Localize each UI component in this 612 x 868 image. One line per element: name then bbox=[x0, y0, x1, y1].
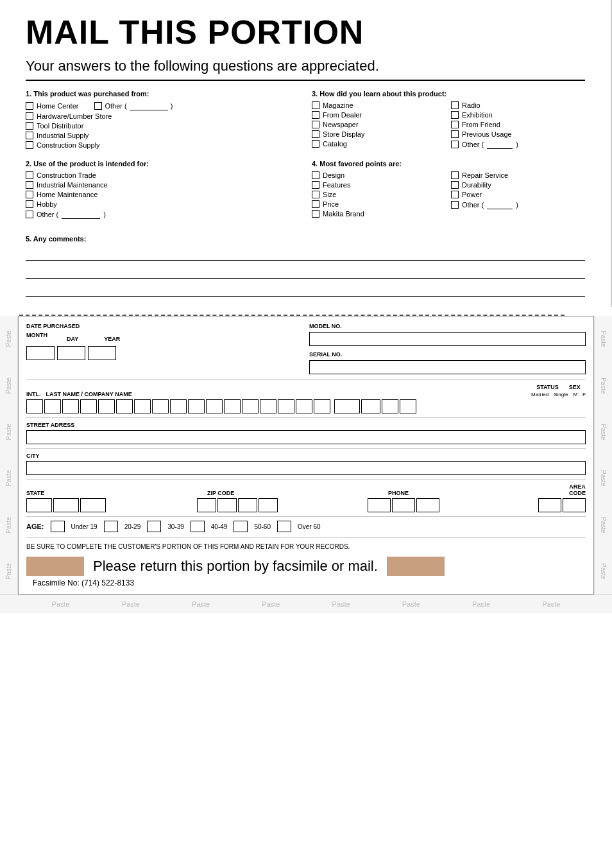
phone-cell-1[interactable] bbox=[392, 498, 415, 512]
name-cell-10[interactable] bbox=[224, 399, 241, 413]
paste-left-5: Paste bbox=[5, 517, 12, 534]
q3-item-r3: Previous Usage bbox=[451, 130, 585, 138]
phone-cell-2[interactable] bbox=[416, 498, 439, 512]
name-cell-2[interactable] bbox=[80, 399, 97, 413]
state-inputs-row bbox=[26, 498, 586, 512]
married-label: Married bbox=[531, 392, 548, 397]
intl-label: INTL. bbox=[26, 391, 41, 397]
return-block-left bbox=[26, 557, 84, 576]
q3-col2: Radio Exhibition From Friend Previo bbox=[451, 101, 585, 151]
q3-title: 3. How did you learn about this product: bbox=[312, 90, 585, 98]
q2-option-2: Home Maintenance bbox=[26, 191, 299, 198]
sex-label: SEX bbox=[569, 384, 581, 390]
age-checkbox-3[interactable] bbox=[191, 521, 205, 532]
q1-other-input[interactable] bbox=[130, 101, 168, 110]
serial-input[interactable] bbox=[309, 360, 586, 374]
age-option-4: 50-60 bbox=[254, 523, 271, 530]
name-cell-13[interactable] bbox=[278, 399, 294, 413]
q1-checkbox-2[interactable] bbox=[26, 122, 33, 130]
street-input[interactable] bbox=[26, 430, 586, 444]
name-cell-8[interactable] bbox=[188, 399, 205, 413]
paste-bottom-row: Paste Paste Paste Paste Paste Paste Past… bbox=[0, 595, 612, 613]
q2-other-input[interactable] bbox=[62, 210, 100, 219]
name-cell-14[interactable] bbox=[296, 399, 312, 413]
age-label: AGE: bbox=[26, 523, 44, 530]
q1-checkbox-3[interactable] bbox=[26, 132, 33, 139]
q3-item-0: Magazine bbox=[312, 101, 446, 109]
month-label: MONTH bbox=[26, 332, 47, 338]
status-single-cell[interactable] bbox=[361, 399, 380, 413]
q3-item-2: Newspaper bbox=[312, 121, 446, 128]
name-cell-11[interactable] bbox=[242, 399, 259, 413]
question-1: 1. This product was purchased from: Home… bbox=[26, 90, 299, 151]
zip-cell-2[interactable] bbox=[238, 498, 257, 512]
q3-other-input[interactable] bbox=[487, 140, 513, 149]
date-label: DATE PURCHASED bbox=[26, 323, 303, 329]
sex-m-cell[interactable] bbox=[382, 399, 398, 413]
month-input[interactable] bbox=[26, 346, 55, 360]
area-cell-0[interactable] bbox=[538, 498, 561, 512]
q3-item-r1: Exhibition bbox=[451, 111, 585, 119]
age-checkbox-1[interactable] bbox=[104, 521, 118, 532]
serial-label: SERIAL NO. bbox=[309, 351, 586, 358]
status-married-cell[interactable] bbox=[334, 399, 360, 413]
zip-cell-3[interactable] bbox=[259, 498, 278, 512]
q2-option-3: Hobby bbox=[26, 200, 299, 208]
name-cell-9[interactable] bbox=[206, 399, 223, 413]
name-cell-1[interactable] bbox=[62, 399, 79, 413]
year-input[interactable] bbox=[88, 346, 116, 360]
paste-bottom-0: Paste bbox=[52, 600, 70, 608]
phone-cell-0[interactable] bbox=[368, 498, 391, 512]
name-cell-4[interactable] bbox=[116, 399, 133, 413]
intl-cell[interactable] bbox=[26, 399, 43, 413]
q4-other-input[interactable] bbox=[487, 200, 513, 209]
state-cell-1[interactable] bbox=[53, 498, 79, 512]
q3-item-4: Catalog bbox=[312, 140, 446, 148]
age-checkbox-2[interactable] bbox=[147, 521, 161, 532]
paste-right-5: Paste bbox=[600, 517, 607, 534]
zip-cell-1[interactable] bbox=[217, 498, 237, 512]
area-cell-1[interactable] bbox=[563, 498, 586, 512]
age-option-0: Under 19 bbox=[71, 523, 98, 530]
q1-checkbox-4[interactable] bbox=[26, 141, 33, 149]
name-cell-12[interactable] bbox=[260, 399, 276, 413]
sex-f-cell[interactable] bbox=[400, 399, 416, 413]
paste-left-3: Paste bbox=[5, 424, 12, 440]
age-checkbox-4[interactable] bbox=[234, 521, 248, 532]
name-cell-3[interactable] bbox=[98, 399, 115, 413]
age-row: AGE: Under 19 20-29 30-39 40-49 50-60 Ov… bbox=[26, 521, 586, 538]
comment-line-3[interactable] bbox=[26, 282, 585, 297]
age-option-2: 30-39 bbox=[167, 523, 184, 530]
state-cell-2[interactable] bbox=[80, 498, 106, 512]
name-cell-5[interactable] bbox=[134, 399, 151, 413]
comment-line-1[interactable] bbox=[26, 247, 585, 261]
age-checkbox-5[interactable] bbox=[277, 521, 291, 532]
q1-checkbox-1[interactable] bbox=[26, 112, 33, 120]
age-checkbox-0[interactable] bbox=[51, 521, 65, 532]
m-label: M bbox=[573, 392, 577, 397]
q4-col2: Repair Service Durability Power Oth bbox=[451, 171, 585, 220]
q3-item-3: Store Display bbox=[312, 130, 446, 138]
date-subheaders: MONTH DAY YEAR bbox=[26, 332, 303, 343]
city-input[interactable] bbox=[26, 461, 586, 475]
phone-label: PHONE bbox=[388, 490, 563, 496]
q3-col1: Magazine From Dealer Newspaper Stor bbox=[312, 101, 446, 151]
model-input[interactable] bbox=[309, 332, 586, 346]
name-header-row: INTL. LAST NAME / COMPANY NAME STATUS SE… bbox=[26, 384, 586, 397]
state-cell-0[interactable] bbox=[26, 498, 52, 512]
question-5: 5. Any comments: bbox=[26, 235, 585, 297]
day-input[interactable] bbox=[57, 346, 85, 360]
name-cell-7[interactable] bbox=[170, 399, 187, 413]
q1-checkbox-0[interactable] bbox=[26, 102, 33, 110]
comment-line-2[interactable] bbox=[26, 265, 585, 279]
q1-other-checkbox[interactable] bbox=[94, 102, 102, 110]
q1-option-3: Industrial Supply bbox=[26, 132, 299, 139]
name-cell-0[interactable] bbox=[44, 399, 61, 413]
date-model-row: DATE PURCHASED MONTH DAY YEAR bbox=[26, 323, 586, 380]
paste-right-4: Paste bbox=[600, 470, 607, 487]
name-cell-15[interactable] bbox=[314, 399, 330, 413]
paste-bottom-2: Paste bbox=[192, 600, 210, 608]
zip-cell-0[interactable] bbox=[197, 498, 216, 512]
question-2: 2. Use of the product is intended for: C… bbox=[26, 160, 299, 221]
name-cell-6[interactable] bbox=[152, 399, 169, 413]
